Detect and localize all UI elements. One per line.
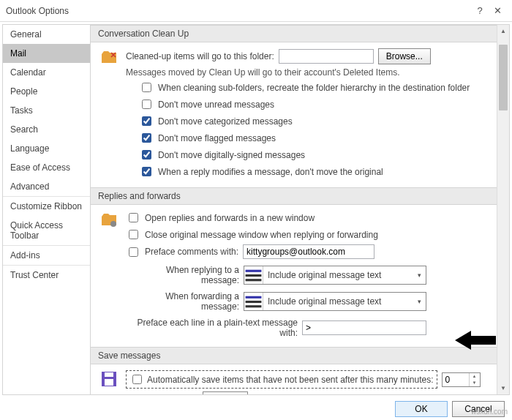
svg-rect-3 (246, 279, 262, 281)
svg-rect-2 (246, 274, 262, 276)
reply-combo-label: When replying to a message: (126, 265, 239, 285)
plain-preface-input[interactable] (302, 320, 426, 335)
cb-autosave[interactable] (132, 375, 142, 384)
sidebar-item-trust-center[interactable]: Trust Center (3, 266, 90, 285)
svg-rect-8 (105, 372, 113, 377)
cb-signed[interactable] (142, 150, 151, 160)
watermark: wsxdn.com (471, 408, 508, 416)
reply-combo-text: Include original message text (263, 270, 413, 280)
svg-rect-5 (246, 300, 262, 302)
cb-unread[interactable] (142, 100, 151, 109)
titlebar: Outlook Options ? ✕ (0, 0, 512, 22)
cleanup-goto-label: Cleaned-up items will go to this folder: (126, 51, 274, 61)
svg-rect-1 (246, 269, 262, 271)
lbl-unread: Don't move unread messages (158, 100, 274, 110)
lbl-reply-orig: When a reply modifies a message, don't m… (158, 167, 383, 177)
svg-marker-10 (455, 331, 496, 350)
lbl-categorized: Don't move categorized messages (158, 116, 293, 127)
sidebar: GeneralMailCalendarPeopleTasksSearchLang… (2, 24, 90, 395)
autosave-value[interactable] (443, 375, 469, 385)
vertical-scrollbar[interactable]: ▲ ▼ (497, 25, 509, 394)
sidebar-item-customize-ribbon[interactable]: Customize Ribbon (3, 197, 90, 216)
scroll-down-icon[interactable]: ▼ (497, 382, 509, 394)
sidebar-item-language[interactable]: Language (3, 139, 90, 158)
cb-preface[interactable] (129, 247, 138, 257)
cleanup-folder-input[interactable] (279, 49, 374, 64)
sidebar-item-people[interactable]: People (3, 82, 90, 101)
save-to-label: Save to this folder: (126, 394, 198, 394)
cb-subfolders[interactable] (142, 83, 151, 92)
save-to-value: Drafts (203, 394, 236, 394)
scroll-thumb[interactable] (499, 45, 508, 110)
spin-up-icon[interactable]: ▲ (470, 373, 480, 380)
close-icon[interactable]: ✕ (489, 5, 506, 16)
sidebar-item-advanced[interactable]: Advanced (3, 177, 90, 197)
lbl-new-window: Open replies and forwards in a new windo… (145, 213, 315, 223)
svg-rect-4 (246, 296, 262, 298)
chevron-down-icon[interactable]: ▾ (413, 298, 426, 305)
broom-folder-icon (98, 47, 120, 180)
sidebar-item-tasks[interactable]: Tasks (3, 101, 90, 120)
floppy-icon (98, 369, 120, 394)
cb-close-orig[interactable] (129, 230, 138, 239)
lbl-signed: Don't move digitally-signed messages (158, 150, 305, 160)
scroll-track[interactable] (497, 37, 509, 382)
lbl-subfolders: When cleaning sub-folders, recreate the … (158, 83, 470, 93)
help-icon[interactable]: ? (471, 5, 489, 16)
autosave-group: Automatically save items that have not b… (126, 370, 437, 389)
sidebar-item-general[interactable]: General (3, 25, 90, 44)
lbl-autosave: Automatically save items that have not b… (147, 375, 434, 385)
preface-input[interactable] (243, 244, 374, 259)
cb-new-window[interactable] (129, 213, 138, 222)
sidebar-item-quick-access-toolbar[interactable]: Quick Access Toolbar (3, 216, 90, 246)
sidebar-item-add-ins[interactable]: Add-ins (3, 246, 90, 266)
section-header-cleanup: Conversation Clean Up (91, 25, 497, 42)
window-title: Outlook Options (6, 6, 471, 16)
reply-folder-icon (98, 209, 120, 340)
save-to-combo[interactable]: Drafts ▾ (203, 391, 248, 394)
plain-preface-label: Preface each line in a plain-text messag… (126, 318, 298, 338)
sidebar-item-calendar[interactable]: Calendar (3, 63, 90, 82)
browse-button[interactable]: Browse... (378, 48, 431, 64)
annotation-arrow-icon (455, 329, 496, 353)
sidebar-item-mail[interactable]: Mail (3, 44, 90, 63)
reply-combo-icon (244, 266, 263, 284)
lbl-preface: Preface comments with: (145, 247, 238, 257)
ok-button[interactable]: OK (395, 401, 448, 417)
forward-combo-icon (244, 293, 263, 310)
section-header-save: Save messages (91, 347, 497, 364)
autosave-spinner[interactable]: ▲▼ (442, 372, 481, 387)
spin-down-icon[interactable]: ▼ (470, 380, 480, 386)
sidebar-item-ease-of-access[interactable]: Ease of Access (3, 158, 90, 177)
chevron-down-icon[interactable]: ▾ (413, 271, 426, 279)
sidebar-item-search[interactable]: Search (3, 120, 90, 139)
reply-combo[interactable]: Include original message text ▾ (244, 266, 426, 285)
cb-categorized[interactable] (142, 116, 151, 126)
lbl-close-orig: Close original message window when reply… (145, 230, 378, 240)
cb-flagged[interactable] (142, 133, 151, 143)
forward-combo-label: When forwarding a message: (126, 291, 239, 312)
cleanup-moved-note: Messages moved by Clean Up will go to th… (126, 66, 489, 79)
svg-point-0 (110, 221, 116, 227)
forward-combo[interactable]: Include original message text ▾ (244, 292, 426, 311)
forward-combo-text: Include original message text (263, 296, 413, 307)
section-header-replies: Replies and forwards (91, 187, 497, 205)
lbl-flagged: Don't move flagged messages (158, 133, 276, 143)
svg-rect-6 (246, 305, 262, 307)
content-pane: Conversation Clean Up Cleaned-up items w… (91, 25, 497, 394)
scroll-up-icon[interactable]: ▲ (497, 25, 509, 37)
cb-reply-orig[interactable] (142, 167, 151, 176)
svg-rect-9 (105, 379, 113, 386)
